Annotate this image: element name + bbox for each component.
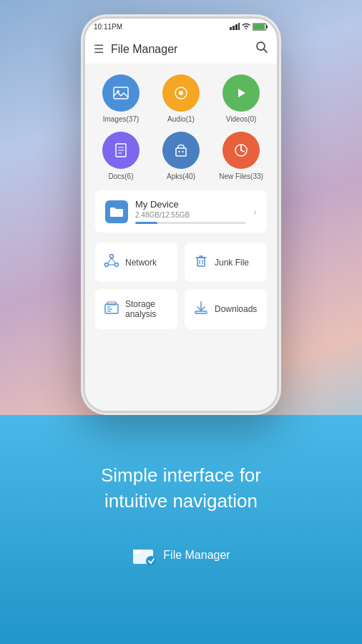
storage-analysis-label: Storage analysis — [125, 299, 169, 319]
downloads-action[interactable]: Downloads — [185, 289, 267, 329]
logo-text: File Manager — [163, 549, 230, 562]
battery-icon — [253, 23, 268, 31]
file-item-new-files[interactable]: New Files(33) — [215, 132, 267, 180]
status-icons — [230, 23, 268, 31]
file-category-grid: Images(37) Audio(1) — [95, 74, 267, 180]
svg-point-22 — [178, 151, 180, 152]
svg-point-27 — [110, 255, 114, 258]
svg-rect-21 — [176, 148, 186, 156]
storage-analysis-icon — [104, 300, 119, 319]
svg-rect-33 — [197, 258, 205, 266]
bottom-logo: File Manager — [132, 542, 230, 568]
app-header: ☰ File Manager — [85, 34, 277, 64]
file-item-docs[interactable]: Docs(6) — [95, 132, 147, 180]
app-title: File Manager — [111, 43, 248, 56]
svg-rect-9 — [253, 24, 265, 29]
file-item-audio[interactable]: Audio(1) — [155, 74, 207, 123]
network-icon — [104, 253, 119, 272]
file-item-images[interactable]: Images(37) — [95, 74, 147, 123]
new-files-icon — [222, 132, 260, 169]
menu-icon[interactable]: ☰ — [94, 42, 104, 56]
new-files-label: New Files(33) — [219, 172, 263, 180]
tagline-line2: intuitive navigation — [101, 488, 261, 514]
images-icon — [102, 74, 140, 112]
svg-rect-4 — [233, 26, 235, 30]
svg-rect-5 — [235, 24, 238, 30]
signal-icon — [230, 23, 240, 30]
svg-line-31 — [112, 258, 115, 263]
device-folder-icon — [105, 200, 128, 223]
svg-line-11 — [264, 49, 268, 53]
downloads-label: Downloads — [215, 304, 257, 314]
device-storage-fill — [135, 222, 157, 224]
docs-icon — [102, 132, 140, 169]
network-label: Network — [125, 258, 157, 268]
device-name: My Device — [135, 199, 246, 210]
videos-label: Videos(0) — [226, 115, 257, 123]
bottom-section: Simple interface for intuitive navigatio… — [0, 415, 362, 644]
apks-icon — [162, 132, 200, 169]
apks-label: Apks(40) — [167, 172, 195, 180]
status-bar: 10:11PM — [85, 19, 277, 34]
svg-line-26 — [241, 150, 244, 152]
audio-icon — [162, 74, 200, 112]
svg-rect-1 — [133, 550, 142, 553]
device-storage-bar — [135, 222, 246, 224]
junk-file-label: Junk File — [215, 258, 249, 268]
junk-file-action[interactable]: Junk File — [185, 243, 267, 282]
junk-file-icon — [193, 253, 209, 272]
docs-label: Docs(6) — [108, 172, 133, 180]
tagline-line1: Simple interface for — [101, 462, 261, 488]
device-storage: 2.48GB/12.55GB — [135, 211, 246, 219]
wifi-icon — [242, 23, 250, 30]
device-info: My Device 2.48GB/12.55GB — [135, 199, 246, 224]
logo-icon — [132, 542, 157, 568]
svg-point-28 — [105, 263, 109, 267]
images-label: Images(37) — [103, 115, 140, 123]
phone-outer: 10:11PM — [81, 14, 281, 415]
file-item-apks[interactable]: Apks(40) — [155, 132, 207, 180]
action-grid: Network — [95, 243, 267, 329]
main-content: Images(37) Audio(1) — [85, 64, 277, 411]
svg-point-23 — [182, 151, 183, 152]
svg-point-15 — [179, 91, 183, 95]
storage-analysis-action[interactable]: Storage analysis — [95, 289, 177, 329]
svg-point-29 — [115, 263, 119, 267]
device-arrow-icon: › — [253, 206, 257, 218]
svg-rect-43 — [195, 311, 207, 313]
videos-icon — [222, 74, 260, 112]
svg-line-30 — [108, 258, 112, 263]
svg-point-2 — [146, 556, 156, 566]
downloads-icon — [193, 300, 209, 319]
svg-rect-8 — [266, 25, 268, 28]
my-device-card[interactable]: My Device 2.48GB/12.55GB › — [95, 190, 267, 233]
network-action[interactable]: Network — [95, 243, 177, 282]
audio-label: Audio(1) — [167, 115, 195, 123]
phone-screen: 10:11PM — [85, 19, 277, 411]
svg-rect-3 — [230, 27, 232, 30]
tagline: Simple interface for intuitive navigatio… — [101, 462, 261, 514]
search-icon[interactable] — [255, 41, 268, 57]
file-item-videos[interactable]: Videos(0) — [215, 74, 267, 123]
status-time: 10:11PM — [94, 23, 122, 31]
svg-rect-6 — [238, 23, 240, 30]
svg-marker-16 — [238, 89, 245, 97]
phone-inner: 10:11PM — [83, 16, 279, 413]
phone: 10:11PM — [81, 14, 281, 415]
